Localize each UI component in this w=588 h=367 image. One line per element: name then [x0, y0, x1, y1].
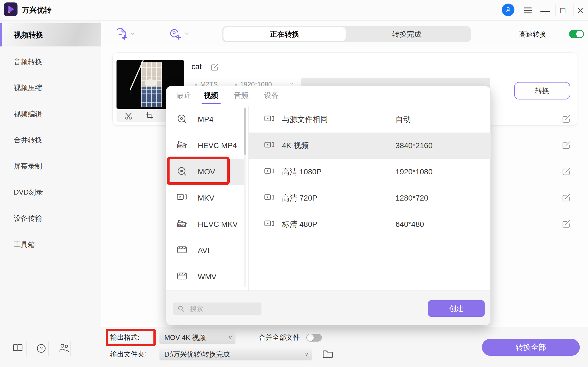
- divider: [70, 341, 71, 356]
- edit-preset-icon[interactable]: [562, 193, 570, 202]
- preset-row-4k[interactable]: 4K 视频 3840*2160: [249, 133, 491, 159]
- sidebar: 视频转换 音频转换 视频压缩 视频编辑 合并转换 屏幕录制 DVD刻录 设备传输…: [0, 21, 101, 367]
- divider: [555, 4, 556, 16]
- sidebar-item-merge-convert[interactable]: 合并转换: [14, 135, 42, 145]
- edit-preset-icon[interactable]: [562, 115, 570, 124]
- sidebar-item-toolbox[interactable]: 工具箱: [14, 240, 35, 249]
- edit-preset-icon[interactable]: [562, 141, 570, 150]
- disc-icon: [177, 166, 188, 177]
- svg-text:HEVC: HEVC: [178, 145, 185, 148]
- rename-edit-icon[interactable]: [211, 63, 219, 71]
- app-logo-icon: [4, 2, 18, 16]
- video-camera-icon: [177, 193, 188, 201]
- popup-tab-audio[interactable]: 音频: [234, 90, 249, 101]
- sidebar-item-audio-convert[interactable]: 音频转换: [14, 57, 42, 66]
- output-settings-bar: 输出格式: MOV 4K 视频 v 合并全部文件 输出文件夹: D:\万兴优转\…: [101, 327, 588, 367]
- format-label: MP4: [198, 106, 214, 133]
- trim-scissors-icon[interactable]: [125, 112, 133, 120]
- preset-value: 1920*1080: [395, 159, 432, 185]
- format-label: HEVC MP4: [198, 133, 237, 159]
- sidebar-item-video-compress[interactable]: 视频压缩: [14, 83, 42, 92]
- app-window: 万兴优转 — □ × 视频转换 音频转换 视频压缩 视频编辑 合并转换 屏幕录制…: [0, 0, 588, 367]
- disc-icon: [177, 114, 188, 125]
- format-row-hevc-mkv[interactable]: HEVC HEVC MKV: [166, 211, 248, 237]
- format-label: MOV: [198, 159, 215, 185]
- minimize-button[interactable]: —: [539, 3, 551, 18]
- edit-preset-icon[interactable]: [562, 220, 570, 228]
- add-dvd-icon[interactable]: [169, 27, 182, 40]
- video-camera-icon: [264, 141, 275, 149]
- convert-button[interactable]: 转换: [514, 82, 570, 99]
- scrollbar-thumb[interactable]: [244, 108, 246, 155]
- maximize-button[interactable]: □: [557, 3, 569, 18]
- preset-value: 3840*2160: [395, 133, 432, 159]
- open-folder-icon[interactable]: [322, 349, 334, 359]
- preset-value: 自动: [395, 106, 411, 133]
- guide-book-icon[interactable]: [12, 343, 24, 353]
- divider: [573, 4, 574, 16]
- active-tab-underline: [202, 103, 221, 104]
- preset-label: 高清 1080P: [282, 159, 322, 185]
- sidebar-item-dvd-burn[interactable]: DVD刻录: [14, 187, 43, 197]
- title-bar: 万兴优转 — □ ×: [0, 0, 588, 21]
- create-button[interactable]: 创建: [428, 300, 485, 317]
- convert-tabs: 正在转换 转换完成: [222, 26, 471, 42]
- format-row-mkv[interactable]: MKV: [166, 185, 248, 211]
- video-camera-icon: [264, 219, 275, 228]
- format-row-mp4[interactable]: MP4: [166, 106, 248, 133]
- toggle-knob: [576, 31, 583, 37]
- edit-preset-icon[interactable]: [562, 167, 570, 176]
- video-camera-icon: [264, 114, 275, 123]
- tab-converted[interactable]: 转换完成: [346, 27, 468, 41]
- format-label: WMV: [198, 264, 216, 290]
- format-label: AVI: [198, 237, 209, 264]
- preset-row-1080p[interactable]: 高清 1080P 1920*1080: [249, 159, 491, 185]
- merge-all-toggle[interactable]: [306, 334, 322, 342]
- output-format-dropdown[interactable]: MOV 4K 视频 v: [159, 331, 235, 344]
- app-title: 万兴优转: [22, 0, 51, 20]
- sidebar-item-device-transfer[interactable]: 设备传输: [14, 214, 42, 223]
- chevron-down-icon: v: [229, 331, 232, 344]
- sidebar-item-screen-record[interactable]: 屏幕录制: [14, 162, 42, 171]
- output-folder-label: 输出文件夹:: [110, 349, 146, 359]
- file-name: cat: [191, 61, 202, 72]
- user-icon: [505, 6, 512, 13]
- crop-icon[interactable]: [145, 112, 153, 120]
- preset-label: 高清 720P: [282, 185, 317, 211]
- high-speed-toggle[interactable]: [569, 30, 584, 38]
- output-folder-dropdown[interactable]: D:\万兴优转\转换完成 v: [159, 348, 312, 360]
- convert-toolbar: 正在转换 转换完成 高速转换: [101, 21, 588, 47]
- format-row-hevc-mp4[interactable]: HEVC HEVC MP4: [166, 133, 248, 159]
- search-input[interactable]: [173, 303, 261, 315]
- bullet: [235, 84, 237, 86]
- tab-converting[interactable]: 正在转换: [223, 27, 346, 41]
- popup-tab-video[interactable]: 视频: [203, 90, 218, 101]
- preset-row-480p[interactable]: 标清 480P 640*480: [249, 211, 491, 237]
- sidebar-item-video-convert[interactable]: 视频转换: [14, 30, 43, 40]
- file-info-caret-icon[interactable]: [290, 82, 293, 85]
- preset-row-same-as-source[interactable]: 与源文件相同 自动: [249, 106, 491, 133]
- account-avatar[interactable]: [502, 4, 514, 16]
- close-button[interactable]: ×: [574, 3, 586, 18]
- hevc-icon: HEVC: [177, 140, 189, 151]
- format-label: MKV: [198, 185, 214, 211]
- preset-value: 640*480: [395, 211, 424, 237]
- help-icon[interactable]: ?: [36, 343, 47, 354]
- format-row-avi[interactable]: AVI: [166, 237, 248, 264]
- toggle-knob: [307, 334, 314, 341]
- popup-footer: 创建: [166, 290, 490, 325]
- add-file-caret-icon[interactable]: [131, 32, 135, 35]
- video-camera-icon: [264, 193, 275, 201]
- sidebar-item-video-edit[interactable]: 视频编辑: [14, 109, 42, 119]
- add-dvd-caret-icon[interactable]: [185, 32, 189, 35]
- format-row-wmv[interactable]: WMV: [166, 264, 248, 290]
- preset-row-720p[interactable]: 高清 720P 1280*720: [249, 185, 491, 211]
- hamburger-menu-icon[interactable]: [523, 6, 533, 15]
- community-users-icon[interactable]: [58, 343, 70, 353]
- convert-all-button[interactable]: 转换全部: [482, 339, 580, 356]
- format-row-mov[interactable]: MOV: [166, 159, 246, 185]
- add-file-icon[interactable]: [115, 27, 128, 40]
- preset-value: 1280*720: [395, 185, 428, 211]
- popup-tab-device[interactable]: 设备: [264, 90, 279, 101]
- popup-tab-recent[interactable]: 最近: [176, 90, 191, 101]
